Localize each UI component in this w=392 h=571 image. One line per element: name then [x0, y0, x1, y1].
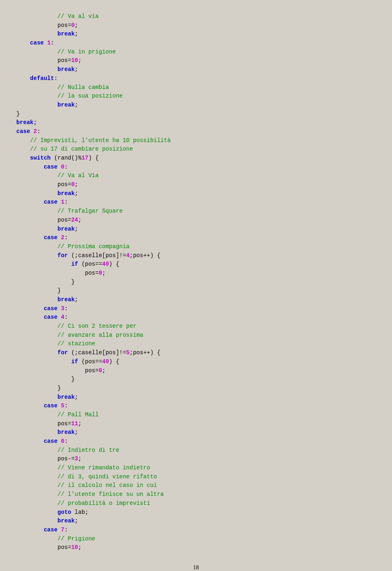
code-line: default: — [16, 74, 376, 83]
code-line: for (;caselle[pos]!=4;pos++) { — [16, 251, 376, 260]
code-line: pos=11; — [16, 420, 376, 429]
page-number: 18 — [193, 564, 199, 571]
code-line: break; — [16, 101, 376, 110]
code-line: // Trafalgar Square — [16, 207, 376, 216]
code-line: break; — [16, 30, 376, 39]
code-line: case 3: — [16, 304, 376, 313]
code-line: } — [16, 384, 376, 393]
code-line: // l'utente finisce su un altra — [16, 490, 376, 499]
code-line: case 1: — [16, 39, 376, 48]
code-line: // Va al via — [16, 12, 376, 21]
code-line: break; — [16, 65, 376, 74]
code-line: case 4: — [16, 313, 376, 322]
code-line: // Va al Via — [16, 171, 376, 180]
code-line: pos=0; — [16, 21, 376, 30]
code-line: break; — [16, 517, 376, 526]
code-line: // Nulla cambia — [16, 83, 376, 92]
code-line: switch (rand()%17) { — [16, 154, 376, 163]
code-line: case 6: — [16, 437, 376, 446]
code-line: // il calcolo nel caso in cui — [16, 481, 376, 490]
code-line: } — [16, 110, 376, 119]
code-line: goto lab; — [16, 508, 376, 517]
code-line: // stazione — [16, 340, 376, 349]
code-line: for (;caselle[pos]!=5;pos++) { — [16, 349, 376, 358]
code-line: break; — [16, 118, 376, 127]
code-line: // Prigione — [16, 535, 376, 544]
code-line: // Viene rimandato indietro — [16, 464, 376, 473]
code-line: // Indietro di tre — [16, 446, 376, 455]
code-line: // Va in prigione — [16, 48, 376, 57]
code-line: // Ci son 2 tessere per — [16, 322, 376, 331]
code-line: // avanzare alla prossima — [16, 331, 376, 340]
code-line: case 2: — [16, 127, 376, 136]
code-line: if (pos==40) { — [16, 260, 376, 269]
code-line: pos=0; — [16, 367, 376, 375]
code-line: } — [16, 287, 376, 295]
code-line: } — [16, 278, 376, 287]
code-line: break; — [16, 189, 376, 198]
code-line: pos-=3; — [16, 455, 376, 464]
code-line: case 0: — [16, 163, 376, 172]
code-line: pos=0; — [16, 269, 376, 278]
code-line: // Prossima compagnia — [16, 242, 376, 251]
code-line: break; — [16, 225, 376, 234]
code-line: // la sua posizione — [16, 92, 376, 101]
code-line: pos=10; — [16, 56, 376, 65]
page-container: // Va al via pos=0; break; case 1: // Va… — [0, 0, 392, 571]
code-line: break; — [16, 295, 376, 304]
code-line: pos=24; — [16, 216, 376, 225]
code-line: // su 17 di cambiare posizione — [16, 145, 376, 154]
code-line: if (pos==40) { — [16, 358, 376, 367]
code-line: pos=10; — [16, 543, 376, 552]
code-line: // probabilità o imprevisti — [16, 499, 376, 508]
code-line: // di 3, quindi viene rifatto — [16, 473, 376, 482]
code-line: } — [16, 375, 376, 384]
code-line: // Imprevisti, l'utente ha 10 possibilit… — [16, 136, 376, 145]
code-line: break; — [16, 393, 376, 402]
page-footer: 18 — [16, 556, 376, 571]
code-line: case 1: — [16, 198, 376, 207]
code-line: // Pall Mall — [16, 411, 376, 420]
code-line: case 2: — [16, 233, 376, 242]
code-line: pos=0; — [16, 180, 376, 189]
code-line: case 7: — [16, 526, 376, 535]
code-block: // Va al via pos=0; break; case 1: // Va… — [16, 8, 376, 556]
code-line: case 5: — [16, 402, 376, 411]
code-line: break; — [16, 428, 376, 437]
